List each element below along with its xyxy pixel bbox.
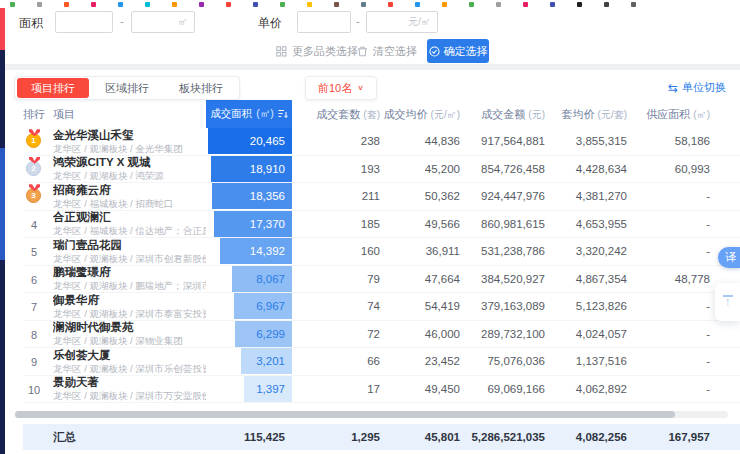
clear-selection-button[interactable]: 清空选择: [357, 44, 417, 59]
units-cell: 17: [292, 383, 380, 395]
per-unit-price-cell: 4,428,634: [545, 163, 627, 175]
column-header-avg-price[interactable]: 成交均价 (元/㎡): [380, 107, 460, 122]
tab-project-ranking[interactable]: 项目排行: [17, 78, 89, 98]
bookmark-favicon[interactable]: [307, 2, 312, 7]
per-unit-price-cell: 4,381,270: [545, 190, 627, 202]
table-row[interactable]: 1 金光华溪山禾玺 龙华区 / 观澜板块 / 金光华集团 20,465 238 …: [23, 128, 740, 156]
bookmark-favicon[interactable]: [523, 2, 528, 7]
table-row[interactable]: 7 御景华府 龙华区 / 观湖板块 / 深圳市泰富安投资有限公司 6,967 7…: [23, 293, 740, 321]
rank-medal-icon: 2: [26, 161, 41, 176]
price-max-input[interactable]: [373, 16, 404, 28]
project-meta: 龙华区 / 观澜板块 / 深圳市乐创荟投资有限公司: [53, 363, 206, 374]
bookmark-favicon[interactable]: [604, 2, 609, 7]
translate-button[interactable]: 译: [718, 247, 740, 268]
trash-icon: [357, 46, 368, 57]
bookmark-favicon[interactable]: [64, 2, 69, 7]
price-filter-label: 单价: [258, 15, 282, 32]
column-header-per-unit-price[interactable]: 套均价 (元/套): [545, 107, 627, 122]
table-row[interactable]: 10 景勋天著 龙华区 / 观澜板块 / 深圳市万安堂股份合作公司... 1,3…: [23, 376, 740, 404]
top-n-dropdown[interactable]: 前10名 ∨: [305, 76, 377, 100]
amount-cell: 75,076,036: [460, 355, 545, 367]
amount-cell: 379,163,089: [460, 300, 545, 312]
area-max-field: ㎡: [131, 11, 195, 33]
horizontal-scrollbar-thumb[interactable]: [15, 411, 675, 418]
rank-number: 7: [23, 301, 45, 313]
table-row[interactable]: 4 合正观澜汇 龙华区 / 福城板块 / 信达地产；合正房产；平安... 17,…: [23, 211, 740, 239]
area-min-input[interactable]: [62, 16, 106, 28]
rank-number: 4: [23, 219, 45, 231]
rank-number: 6: [23, 274, 45, 286]
table-row[interactable]: 3 招商雍云府 龙华区 / 福城板块 / 招商蛇口 18,356 211 50,…: [23, 183, 740, 211]
sales-area-bar: 14,392: [220, 238, 292, 264]
amount-cell: 854,726,458: [460, 163, 545, 175]
price-range-separator: -: [356, 15, 360, 27]
project-meta: 龙华区 / 观湖板块 / 鸿荣源: [53, 170, 206, 181]
bookmark-favicon[interactable]: [334, 2, 339, 7]
project-meta: 龙华区 / 福城板块 / 信达地产；合正房产；平安...: [53, 225, 206, 236]
sales-area-bar: 18,910: [211, 156, 292, 182]
sales-area-bar: 8,067: [232, 266, 292, 292]
price-min-input[interactable]: [304, 16, 344, 28]
table-row[interactable]: 2 鸿荣源CITY X 观城 龙华区 / 观湖板块 / 鸿荣源 18,910 1…: [23, 156, 740, 184]
area-max-input[interactable]: [138, 16, 174, 28]
rank-medal-icon: 3: [26, 188, 41, 203]
tab-block-ranking[interactable]: 板块排行: [165, 78, 237, 98]
supply-area-cell: 60,993: [627, 163, 710, 175]
column-header-supply-area[interactable]: 供应面积 (㎡): [627, 107, 710, 122]
amount-cell: 917,564,881: [460, 135, 545, 147]
sales-area-bar: 20,465: [208, 128, 292, 154]
column-header-units[interactable]: 成交套数 (套): [292, 107, 380, 122]
table-row[interactable]: 8 澜湖时代御景苑 龙华区 / 观澜板块 / 深物业集团 6,299 72 46…: [23, 321, 740, 349]
sort-descending-icon: [278, 109, 288, 119]
project-name: 合正观澜汇: [53, 211, 206, 224]
project-name: 鸿荣源CITY X 观城: [53, 156, 206, 169]
table-row[interactable]: 5 瑞门壹品花园 龙华区 / 观澜板块 / 深圳市创君新股份合作公司 14,39…: [23, 238, 740, 266]
bookmark-favicon[interactable]: [91, 2, 96, 7]
rank-number: 10: [23, 384, 45, 396]
bookmark-favicon[interactable]: [145, 2, 150, 7]
supply-area-cell: -: [627, 218, 710, 230]
per-unit-price-cell: 3,855,315: [545, 135, 627, 147]
bookmark-favicon[interactable]: [631, 2, 636, 7]
chevron-down-icon: ∨: [357, 84, 364, 92]
amount-cell: 384,520,927: [460, 273, 545, 285]
bookmark-favicon[interactable]: [280, 2, 285, 7]
bookmark-favicon[interactable]: [550, 2, 555, 7]
bookmark-favicon[interactable]: [10, 2, 15, 7]
project-name: 澜湖时代御景苑: [53, 321, 206, 334]
bookmark-favicon[interactable]: [415, 2, 420, 7]
ranking-panel: 项目排行 区域排行 板块排行 前10名 ∨ ⇆ 单位切换 排行 项目 成交面积: [5, 70, 740, 454]
bookmark-favicon[interactable]: [442, 2, 447, 7]
bookmark-favicon[interactable]: [496, 2, 501, 7]
rank-medal-icon: 1: [26, 133, 41, 148]
table-row[interactable]: 6 鹏瑞鹭璟府 龙华区 / 观湖板块 / 鹏瑞地产；深圳市樟坑径股... 8,0…: [23, 266, 740, 294]
per-unit-price-cell: 4,653,955: [545, 218, 627, 230]
confirm-selection-button[interactable]: 确定选择: [427, 39, 489, 63]
bookmark-favicon[interactable]: [469, 2, 474, 7]
column-header-sales-area[interactable]: 成交面积 (㎡): [206, 100, 292, 128]
more-categories-button[interactable]: 更多品类选择: [276, 44, 358, 59]
bookmark-favicon[interactable]: [577, 2, 582, 7]
bookmark-favicon[interactable]: [37, 2, 42, 7]
project-meta: 龙华区 / 观澜板块 / 深圳市创君新股份合作公司: [53, 253, 206, 264]
supply-area-cell: 58,186: [627, 135, 710, 147]
tab-district-ranking[interactable]: 区域排行: [91, 78, 163, 98]
bookmark-favicon[interactable]: [361, 2, 366, 7]
bookmark-favicon[interactable]: [172, 2, 177, 7]
avg-price-cell: 45,200: [380, 163, 460, 175]
bookmark-favicon[interactable]: [253, 2, 258, 7]
summary-per-unit-price: 4,082,256: [545, 431, 627, 443]
sales-area-bar: 1,397: [244, 376, 292, 402]
table-row[interactable]: 9 乐创荟大厦 龙华区 / 观澜板块 / 深圳市乐创荟投资有限公司 3,201 …: [23, 348, 740, 376]
filter-panel: 面积 - ㎡ 单价 - 元/㎡ 更多品类选择: [5, 8, 740, 64]
bookmark-favicon[interactable]: [118, 2, 123, 7]
bookmark-favicon[interactable]: [199, 2, 204, 7]
bookmark-favicon[interactable]: [388, 2, 393, 7]
project-meta: 龙华区 / 观澜板块 / 金光华集团: [53, 143, 206, 154]
back-to-top-button[interactable]: ↑: [715, 283, 740, 321]
bookmark-favicon[interactable]: [226, 2, 231, 7]
unit-switch-button[interactable]: ⇆ 单位切换: [668, 80, 726, 95]
price-max-field: 元/㎡: [366, 11, 438, 33]
column-header-amount[interactable]: 成交金额 (元): [460, 107, 545, 122]
supply-area-cell: -: [627, 355, 710, 367]
